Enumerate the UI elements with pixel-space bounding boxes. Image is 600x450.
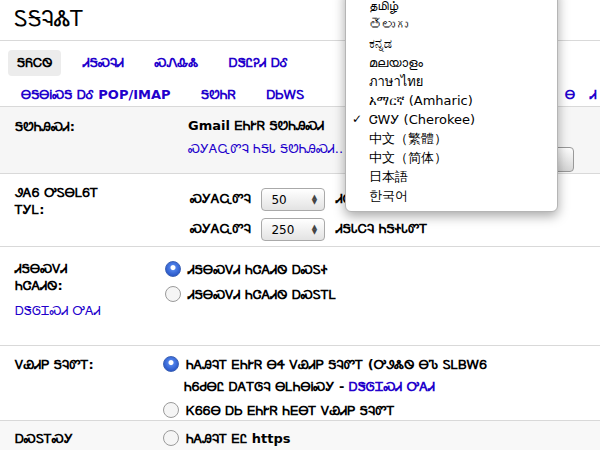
conversation-view-off-radio[interactable]: [165, 286, 181, 302]
show-word: ᏍᎩᎪᏩᏛᎸ: [190, 221, 251, 236]
checkmark-icon: ✓: [352, 110, 362, 129]
contacts-per-page-select[interactable]: 250 ▲▼: [261, 218, 325, 241]
conversation-view-label-line1: ᏗᎦᎾᏍᏙᏗ: [15, 260, 175, 277]
menu-item-cherokee[interactable]: ✓ᏣᎳᎩ (Cherokee): [346, 110, 557, 129]
menu-item-japanese[interactable]: 日本語: [346, 167, 557, 186]
settings-tab-row-2: ᎾᎦᎾᎥᏍᎦ ᎠᎴ POP/IMAP ᎦᏬᏂᏒ ᎠᏏᎳᏚ: [12, 82, 321, 108]
page-title: ᏚᎦᎸᏜᎢ: [14, 6, 84, 31]
ask-before-displaying-label: ᏦᏮᏮᎾ ᎠᏏ ᎬᏂᎨᏒ ᏂᎬᎾᎢ ᏙᏯᏗᏢ ᎦᎸᏛᎢ: [186, 403, 395, 418]
language-menu-list: ਪੰਜਾਬੀ தமிழ் తెలుగు ಕನ್ನಡ മലയാളം ภาษาไทย…: [346, 0, 557, 205]
menu-item-kannada[interactable]: ಕನ್ನಡ: [346, 34, 557, 53]
gmail-settings-page: { "page": { "title": "\u13DA\u13A6\u13B8…: [0, 0, 600, 450]
always-use-https-radio[interactable]: [163, 430, 179, 446]
contacts-per-page-value: 250: [262, 223, 306, 237]
always-display-images-radio[interactable]: [163, 356, 179, 372]
images-learn-more-link[interactable]: ᎠᏕᎶᏆᏍᏗ ᎤᎪᏗ: [349, 379, 435, 394]
tab-labs[interactable]: ᎠᏏᎳᏚ: [258, 82, 314, 108]
tab-forwarding-pop-imap[interactable]: ᎾᎦᎾᎥᏍᎦ ᎠᎴ POP/IMAP: [12, 82, 180, 108]
menu-item-korean[interactable]: 한국어: [346, 186, 557, 205]
always-display-images-option: ᏂᎪᎯᎸᎢ ᎬᏂᎨᏒ ᎾᏎ ᏙᏯᏗᏢ ᎦᎸᏛᎢ (ᎤᏭᏜᏫ ᎾᏖ ᏚᏞᏴᎳᏮ: [163, 356, 487, 373]
conversations-per-page-value: 50: [262, 193, 306, 207]
tab-chat[interactable]: ᎦᏬᏂᏒ: [192, 82, 245, 108]
always-use-https-option: ᏂᎪᎯᎸᎢ ᎬᏝ https: [163, 430, 291, 447]
divider-row3: [0, 345, 600, 346]
always-use-https-label: ᏂᎪᎯᎸᎢ ᎬᏝ https: [186, 431, 291, 446]
show-all-language-options-link[interactable]: ᏍᎩᎪᏩᏛᎸ ᏂᎦᏓ ᎦᏬᏂᎯᏍᏗ..: [188, 141, 343, 157]
language-dropdown-menu: ਪੰਜਾਬੀ தமிழ் తెలుగు ಕನ್ನಡ മലയാളം ภาษาไทย…: [345, 0, 558, 212]
always-display-images-line2-wrap: ᏂᏮᏧᎾᏝ ᎠᎪᎢᎶᎸ ᎾᏞᏂᎾᎥᏍᎩ - ᎠᏕᎶᏆᏍᏗ ᎤᎪᏗ: [184, 379, 435, 395]
contacts-per-page-setting: ᏍᎩᎪᏩᏛᎸ 250 ▲▼ ᏗᎦᏓᏟᎸ ᏂᎦᏐᏓᏛᎢ: [190, 218, 427, 241]
page-size-label-line1: ᏭᎪᏮ ᎤᏚᎾᏞᏮᎢ: [15, 184, 175, 201]
ask-before-displaying-option: ᏦᏮᏮᎾ ᎠᏏ ᎬᏂᎨᏒ ᏂᎬᎾᎢ ᏙᏯᏗᏢ ᎦᎸᏛᎢ: [163, 402, 395, 419]
tab-fragment-offline[interactable]: Ꮎ: [565, 87, 575, 103]
always-display-images-line2: ᏂᏮᏧᎾᏝ ᎠᎪᎢᎶᎸ ᎾᏞᏂᎾᎥᏍᎩ -: [184, 379, 349, 394]
tab-accounts-and-import[interactable]: ᎠᏕᏝᎮᏗ ᎠᎴ: [220, 50, 297, 76]
conversation-view-learn-more-link[interactable]: ᎠᏕᎶᏆᏍᏗ ᎤᎪᏗ: [15, 303, 101, 319]
conversations-per-page-select[interactable]: 50 ▲▼: [261, 188, 325, 211]
menu-item-thai[interactable]: ภาษาไทย: [346, 72, 557, 91]
contacts-suffix: ᏗᎦᏓᏟᎸ ᏂᎦᏐᏓᏛᎢ: [336, 221, 427, 236]
ask-before-displaying-radio[interactable]: [163, 402, 179, 418]
conversation-view-label-line2: ᏂᏣᎪᏗᏫ:: [15, 277, 175, 294]
stepper-arrows-icon: ▲▼: [306, 225, 324, 235]
settings-tab-row-1: ᎦᏲᏟᏫ ᏗᎦᏍᎸᏗ ᏍᏁᎲᏜ ᎠᏕᏝᎮᏗ ᎠᎴ: [8, 50, 305, 76]
display-language-text: Gmail ᎬᏂᎨᏒ ᎦᏬᏂᎯᏍᏗ: [188, 118, 324, 134]
language-label: ᎦᏬᏂᎯᏍᏗ:: [15, 118, 175, 135]
menu-item-cherokee-label: ᏣᎳᎩ (Cherokee): [369, 112, 475, 127]
conversation-view-on-option: ᏗᎦᎾᏍᏙᏗ ᏂᏣᎪᏗᏫ ᎠᏍᏚᏐ: [165, 261, 327, 278]
page-size-label: ᏭᎪᏮ ᎤᏚᎾᏞᏮᎢ ᎢᎩᏞ:: [15, 184, 175, 218]
page-size-label-line2: ᎢᎩᏞ:: [15, 201, 175, 218]
conversation-view-label: ᏗᎦᎾᏍᏙᏗ ᏂᏣᎪᏗᏫ:: [15, 260, 175, 294]
conversation-view-off-option: ᏗᎦᎾᏍᏙᏗ ᏂᏣᎪᏗᏫ ᎠᏍᏚᎢᏞ: [165, 286, 336, 303]
stepper-arrows-icon: ▲▼: [306, 195, 324, 205]
menu-item-malayalam[interactable]: മലയാളം: [346, 53, 557, 72]
menu-item-chinese-traditional[interactable]: 中文（繁體）: [346, 129, 557, 148]
menu-item-telugu[interactable]: తెలుగు: [346, 15, 557, 34]
show-word: ᏍᎩᎪᏩᏛᎸ: [190, 191, 251, 206]
menu-item-tamil[interactable]: தமிழ்: [346, 0, 557, 15]
divider-row2: [0, 246, 600, 247]
conversation-view-on-label: ᏗᎦᎾᏍᏙᏗ ᏂᏣᎪᏗᏫ ᎠᏍᏚᏐ: [188, 262, 327, 277]
tab-inbox[interactable]: ᏍᏁᎲᏜ: [146, 50, 208, 76]
external-images-label: ᏙᏯᏗᏢ ᎦᎸᏛᎢ:: [15, 356, 175, 373]
tab-general[interactable]: ᎦᏲᏟᏫ: [8, 50, 61, 76]
menu-item-amharic[interactable]: አማርኛ (Amharic): [346, 91, 557, 110]
menu-item-chinese-simplified[interactable]: 中文（简体）: [346, 148, 557, 167]
conversation-view-off-label: ᏗᎦᎾᏍᏙᏗ ᏂᏣᎪᏗᏫ ᎠᏍᏚᎢᏞ: [188, 287, 336, 302]
tab-labels[interactable]: ᏗᎦᏍᎸᏗ: [74, 50, 133, 76]
conversation-view-on-radio[interactable]: [165, 261, 181, 277]
browser-connection-label: ᎠᏍᏚᎢᏍᎩ: [15, 430, 175, 447]
always-display-images-line1: ᏂᎪᎯᎸᎢ ᎬᏂᎨᏒ ᎾᏎ ᏙᏯᏗᏢ ᎦᎸᏛᎢ (ᎤᏭᏜᏫ ᎾᏖ ᏚᏞᏴᎳᏮ: [186, 357, 487, 372]
tab-fragment-themes[interactable]: Ꮧ: [590, 87, 597, 103]
